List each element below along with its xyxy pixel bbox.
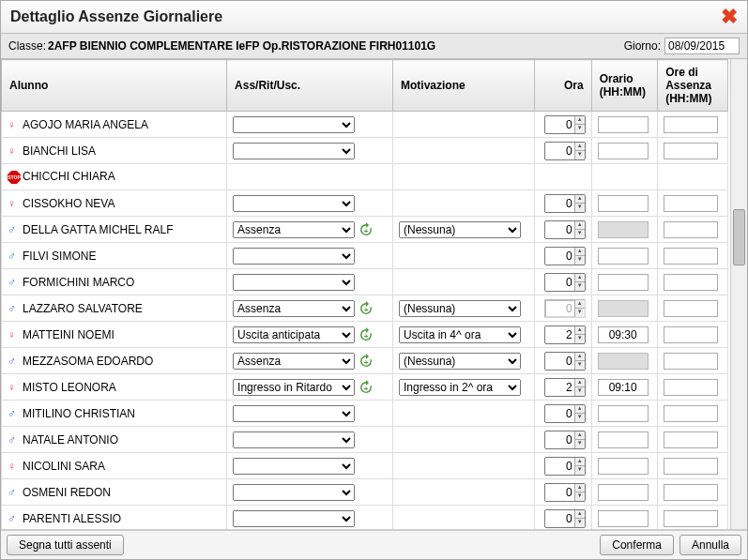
refresh-icon[interactable]: + xyxy=(359,301,374,316)
ore-assenza-input[interactable] xyxy=(664,379,718,396)
spinner-up-icon[interactable]: ▲ xyxy=(574,116,585,126)
absence-type-select[interactable]: AssenzaIngresso in RitardoUscita anticip… xyxy=(233,405,355,422)
table-row: ♂PARENTI ALESSIOAssenzaIngresso in Ritar… xyxy=(2,506,728,531)
absence-type-select[interactable]: AssenzaIngresso in RitardoUscita anticip… xyxy=(233,143,355,159)
spinner-down-icon[interactable]: ▼ xyxy=(574,414,585,422)
cancel-button[interactable]: Annulla xyxy=(679,535,741,555)
absence-type-select[interactable]: AssenzaIngresso in RitardoUscita anticip… xyxy=(233,116,355,133)
day-input[interactable] xyxy=(664,38,740,54)
spinner-up-icon[interactable]: ▲ xyxy=(574,353,585,362)
motivation-select[interactable]: (Nessuna)Ingresso in 2^ oraUscita in 4^ … xyxy=(399,326,521,343)
column-header-ora[interactable]: Ora xyxy=(534,60,591,112)
spinner-down-icon[interactable]: ▼ xyxy=(574,440,585,448)
ore-assenza-input[interactable] xyxy=(664,353,718,370)
orario-input[interactable] xyxy=(598,379,649,396)
ore-assenza-input[interactable] xyxy=(664,143,718,159)
absence-type-select[interactable]: AssenzaIngresso in RitardoUscita anticip… xyxy=(233,195,355,212)
absence-type-select[interactable]: AssenzaIngresso in RitardoUscita anticip… xyxy=(233,221,355,238)
motivation-select[interactable]: (Nessuna)Ingresso in 2^ oraUscita in 4^ … xyxy=(399,379,521,396)
absence-type-select[interactable]: AssenzaIngresso in RitardoUscita anticip… xyxy=(233,484,355,501)
ore-assenza-input[interactable] xyxy=(664,405,718,422)
confirm-button[interactable]: Conferma xyxy=(600,535,674,555)
column-header-motiv[interactable]: Motivazione xyxy=(393,60,535,112)
absence-type-select[interactable]: AssenzaIngresso in RitardoUscita anticip… xyxy=(233,431,355,448)
column-header-ore[interactable]: Ore di Assenza (HH:MM) xyxy=(658,60,728,112)
scrollbar-thumb[interactable] xyxy=(733,209,745,265)
ore-assenza-input[interactable] xyxy=(664,221,718,238)
spinner-down-icon[interactable]: ▼ xyxy=(574,492,585,501)
orario-input[interactable] xyxy=(598,405,649,422)
spinner-up-icon[interactable]: ▲ xyxy=(574,510,585,520)
spinner-down-icon[interactable]: ▼ xyxy=(574,387,585,396)
refresh-icon[interactable]: + xyxy=(359,222,374,237)
refresh-icon[interactable]: + xyxy=(359,354,374,369)
absence-type-select[interactable]: AssenzaIngresso in RitardoUscita anticip… xyxy=(233,510,355,527)
ore-assenza-input[interactable] xyxy=(664,484,718,501)
absence-type-select[interactable]: AssenzaIngresso in RitardoUscita anticip… xyxy=(233,379,355,396)
orario-input[interactable] xyxy=(598,510,649,527)
ore-assenza-input[interactable] xyxy=(664,458,718,475)
spinner-up-icon[interactable]: ▲ xyxy=(574,379,585,388)
ore-assenza-input[interactable] xyxy=(664,510,718,527)
spinner-down-icon[interactable]: ▼ xyxy=(574,204,585,212)
spinner-down-icon[interactable]: ▼ xyxy=(574,282,585,291)
male-icon: ♂ xyxy=(8,250,21,263)
spinner-up-icon[interactable]: ▲ xyxy=(574,143,585,152)
spinner-up-icon[interactable]: ▲ xyxy=(574,248,585,257)
orario-input[interactable] xyxy=(598,458,649,475)
refresh-icon[interactable]: + xyxy=(359,380,374,395)
spinner-up-icon[interactable]: ▲ xyxy=(574,221,585,231)
orario-input[interactable] xyxy=(598,143,649,159)
absence-type-select[interactable]: AssenzaIngresso in RitardoUscita anticip… xyxy=(233,458,355,475)
orario-input[interactable] xyxy=(598,195,649,212)
spinner-down-icon[interactable]: ▼ xyxy=(574,335,585,343)
student-name: MITILINO CHRISTIAN xyxy=(23,407,135,420)
absence-type-select[interactable]: AssenzaIngresso in RitardoUscita anticip… xyxy=(233,300,355,317)
refresh-icon[interactable]: + xyxy=(359,327,374,342)
orario-input[interactable] xyxy=(598,326,649,343)
orario-input[interactable] xyxy=(598,116,649,133)
student-name: MATTEINI NOEMI xyxy=(23,328,114,341)
column-header-ass[interactable]: Ass/Rit/Usc. xyxy=(227,60,393,112)
column-header-orario[interactable]: Orario (HH:MM) xyxy=(591,60,658,112)
motivation-select[interactable]: (Nessuna)Ingresso in 2^ oraUscita in 4^ … xyxy=(399,221,521,238)
absence-type-select[interactable]: AssenzaIngresso in RitardoUscita anticip… xyxy=(233,248,355,265)
ore-assenza-input[interactable] xyxy=(664,431,718,448)
orario-input[interactable] xyxy=(598,248,649,265)
spinner-down-icon[interactable]: ▼ xyxy=(574,466,585,475)
ore-assenza-input[interactable] xyxy=(664,248,718,265)
spinner-up-icon[interactable]: ▲ xyxy=(574,405,585,415)
spinner-up-icon[interactable]: ▲ xyxy=(574,458,585,467)
mark-all-absent-button[interactable]: Segna tutti assenti xyxy=(7,535,124,555)
vertical-scrollbar[interactable] xyxy=(730,59,747,529)
orario-input[interactable] xyxy=(598,431,649,448)
orario-input xyxy=(598,300,649,317)
absence-type-select[interactable]: AssenzaIngresso in RitardoUscita anticip… xyxy=(233,274,355,291)
spinner-up-icon[interactable]: ▲ xyxy=(574,326,585,336)
ore-assenza-input[interactable] xyxy=(664,274,718,291)
ore-assenza-input[interactable] xyxy=(664,195,718,212)
spinner-up-icon[interactable]: ▲ xyxy=(574,195,585,204)
spinner-down-icon[interactable]: ▼ xyxy=(574,256,585,265)
spinner-down-icon[interactable]: ▼ xyxy=(574,230,585,238)
absence-type-select[interactable]: AssenzaIngresso in RitardoUscita anticip… xyxy=(233,326,355,343)
spinner-up-icon[interactable]: ▲ xyxy=(574,431,585,441)
ore-assenza-input[interactable] xyxy=(664,116,718,133)
spinner-down-icon[interactable]: ▼ xyxy=(574,519,585,527)
spinner-up-icon[interactable]: ▲ xyxy=(574,484,585,493)
day-label: Giorno: xyxy=(624,39,661,53)
column-header-alunno[interactable]: Alunno xyxy=(2,60,227,112)
orario-input[interactable] xyxy=(598,274,649,291)
table-wrapper: Alunno Ass/Rit/Usc. Motivazione Ora Orar… xyxy=(1,59,747,530)
spinner-up-icon[interactable]: ▲ xyxy=(574,274,585,283)
absence-type-select[interactable]: AssenzaIngresso in RitardoUscita anticip… xyxy=(233,353,355,370)
ore-assenza-input[interactable] xyxy=(664,326,718,343)
ore-assenza-input[interactable] xyxy=(664,300,718,317)
spinner-down-icon[interactable]: ▼ xyxy=(574,151,585,159)
close-icon[interactable]: ✖ xyxy=(721,5,738,29)
motivation-select[interactable]: (Nessuna)Ingresso in 2^ oraUscita in 4^ … xyxy=(399,300,521,317)
orario-input[interactable] xyxy=(598,484,649,501)
spinner-down-icon[interactable]: ▼ xyxy=(574,125,585,133)
motivation-select[interactable]: (Nessuna)Ingresso in 2^ oraUscita in 4^ … xyxy=(399,353,521,370)
spinner-down-icon[interactable]: ▼ xyxy=(574,361,585,370)
